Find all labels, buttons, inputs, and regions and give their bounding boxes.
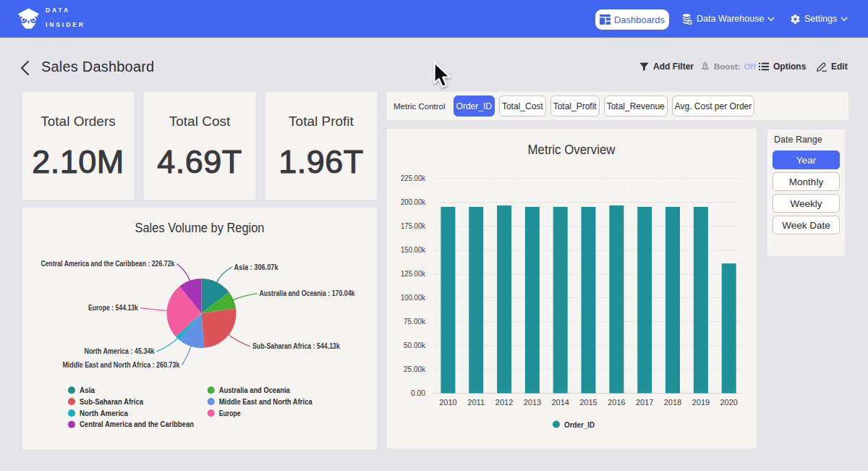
svg-text:25.00k: 25.00k [404, 365, 426, 373]
svg-text:2014: 2014 [551, 398, 569, 407]
svg-text:Order_ID: Order_ID [564, 420, 595, 429]
svg-text:North America : 45.34k: North America : 45.34k [84, 347, 154, 355]
svg-text:225.00k: 225.00k [401, 174, 426, 182]
svg-text:125.00k: 125.00k [401, 270, 426, 278]
svg-text:Metric Overview: Metric Overview [528, 143, 616, 157]
svg-text:2019: 2019 [692, 398, 710, 407]
svg-text:2018: 2018 [664, 398, 681, 407]
svg-text:Asia: Asia [80, 386, 95, 394]
svg-text:75.00k: 75.00k [404, 318, 426, 326]
svg-text:175.00k: 175.00k [401, 222, 426, 230]
svg-text:100.00k: 100.00k [401, 294, 426, 302]
svg-text:200.00k: 200.00k [401, 198, 426, 206]
svg-text:Sub-Saharan Africa : 544.13k: Sub-Saharan Africa : 544.13k [252, 341, 340, 350]
svg-text:0.00: 0.00 [411, 389, 425, 397]
svg-text:2013: 2013 [524, 398, 541, 407]
svg-text:North America: North America [80, 409, 128, 417]
svg-text:2015: 2015 [579, 398, 597, 407]
svg-text:Europe: Europe [219, 409, 241, 417]
svg-text:150.00k: 150.00k [401, 246, 426, 254]
svg-text:Central America and the Caribb: Central America and the Caribbean [80, 420, 194, 428]
svg-text:Australia and Oceania: Australia and Oceania [219, 386, 290, 394]
svg-text:2012: 2012 [495, 398, 513, 407]
svg-text:Europe : 544.13k: Europe : 544.13k [88, 303, 138, 312]
svg-text:Sales Volume by Region: Sales Volume by Region [135, 221, 265, 235]
svg-text:Asia : 306.07k: Asia : 306.07k [234, 263, 278, 271]
svg-text:2011: 2011 [467, 398, 485, 407]
svg-text:2020: 2020 [720, 398, 737, 407]
svg-text:2016: 2016 [608, 398, 625, 407]
svg-text:50.00k: 50.00k [404, 341, 426, 349]
svg-text:2010: 2010 [439, 398, 456, 407]
svg-text:Central America and the Caribb: Central America and the Caribbean : 226.… [41, 259, 174, 268]
svg-text:Sub-Saharan Africa: Sub-Saharan Africa [80, 397, 143, 406]
svg-text:Middle East and North Africa: Middle East and North Africa [219, 397, 312, 406]
svg-text:Australia and Oceania : 170.04: Australia and Oceania : 170.04k [260, 289, 355, 297]
svg-text:Middle East and North Africa :: Middle East and North Africa : 260.73k [62, 360, 179, 369]
svg-text:2017: 2017 [636, 398, 653, 407]
